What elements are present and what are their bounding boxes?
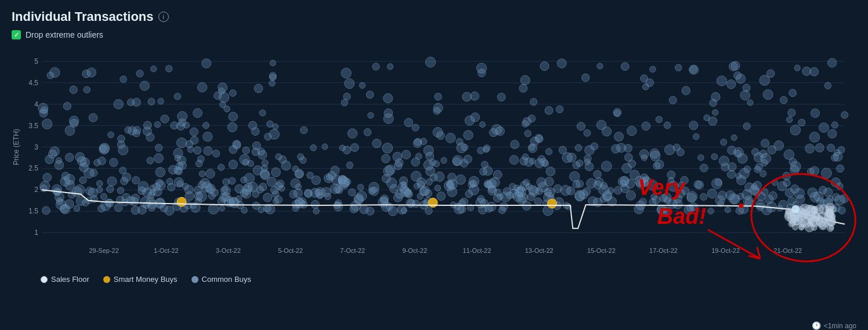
common-buys-dot [191,276,198,283]
checkbox-row: Drop extreme outliers [12,30,856,39]
smart-money-dot [103,276,110,283]
clock-icon: 🕐 [812,321,821,330]
main-container: Individual Transactions i Drop extreme o… [0,0,868,330]
scatter-chart [12,44,856,270]
drop-outliers-checkbox[interactable] [12,30,21,39]
legend: Sales Floor Smart Money Buys Common Buys… [12,275,856,284]
chart-area [12,44,856,270]
common-buys-label: Common Buys [202,275,251,284]
sales-floor-dot [41,276,48,283]
legend-item-common: Common Buys [191,275,251,284]
header: Individual Transactions i [12,9,856,24]
timestamp: 🕐 <1min ago [812,321,856,330]
sales-floor-label: Sales Floor [51,275,89,284]
legend-item-sales: Sales Floor [41,275,89,284]
info-icon[interactable]: i [158,12,169,22]
page-title: Individual Transactions [12,9,154,24]
legend-item-smart: Smart Money Buys [103,275,178,284]
timestamp-label: <1min ago [824,322,856,330]
checkbox-label: Drop extreme outliers [26,30,103,39]
smart-money-label: Smart Money Buys [114,275,178,284]
